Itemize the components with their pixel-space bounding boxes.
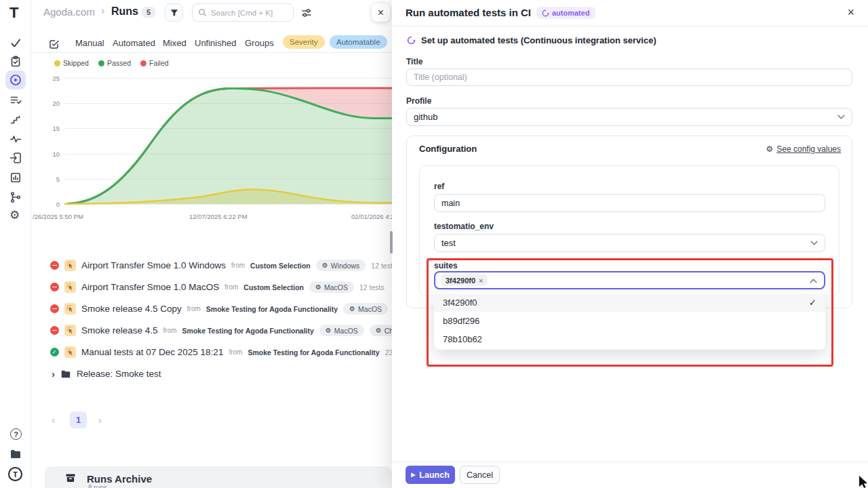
runs-area-chart: 25 20 15 10 5 0 /26/2025 5:50 PM 12/07/2… [31,73,392,229]
gear-icon: ⚙ [326,327,332,334]
chevron-down-icon [837,115,845,119]
legend-skipped[interactable]: Skipped [54,59,89,67]
close-icon[interactable]: × [847,5,854,20]
title-field[interactable] [406,68,852,86]
drawer-footer-divider [392,462,868,462]
tab-groups[interactable]: Groups [245,38,274,48]
profile-logo-icon[interactable]: T [8,467,22,481]
scrollbar-thumb[interactable] [390,231,393,253]
suites-multiselect[interactable]: 3f4290f0 × [434,271,825,289]
tab-mixed[interactable]: Mixed [163,38,186,48]
cancel-button[interactable]: Cancel [460,466,500,484]
batch-select-icon[interactable] [49,39,60,49]
failed-status-icon [50,304,59,313]
run-source[interactable]: Smoke Testing for Agoda Functionality [182,327,314,335]
tab-automated[interactable]: Automated [113,38,155,48]
drawer-title: Run automated tests in CI [406,7,531,18]
profile-select[interactable]: github [406,108,852,126]
settings-gear-icon[interactable]: ⚙ [9,209,22,222]
breadcrumb-project[interactable]: Agoda.com [43,6,95,18]
dropdown-option[interactable]: b89df296 [434,312,825,330]
see-config-values-link[interactable]: ⚙ See config values [766,144,842,154]
filter-button[interactable] [165,3,183,22]
automatable-chip[interactable]: Automatable [330,35,387,49]
table-row[interactable]: ✓ Manual tests at 07 Dec 2025 18:21 from… [50,346,410,358]
clipboard-check-icon[interactable] [9,56,22,68]
failed-status-icon [50,326,59,335]
tasks-check-icon[interactable] [9,37,22,49]
report-chart-icon[interactable] [9,171,22,184]
check-icon: ✓ [809,298,816,308]
ref-field[interactable] [434,194,825,212]
env-value: test [441,238,456,248]
run-source[interactable]: Custom Selection [243,283,304,291]
legend-failed[interactable]: Failed [140,59,169,67]
archive-box-icon [65,472,76,483]
chip-remove-icon[interactable]: × [479,277,483,285]
pagination-page-1[interactable]: 1 [70,411,87,428]
run-title[interactable]: Smoke release 4.5 [81,325,158,336]
manual-click-icon [64,260,76,271]
projects-folder-icon[interactable] [9,448,22,460]
chevron-up-icon[interactable] [810,279,817,283]
run-source[interactable]: Custom Selection [250,262,311,270]
run-source[interactable]: Smoke Testing for Agoda Functionality [248,348,379,357]
chevron-right-icon[interactable]: › [52,368,55,380]
search-box[interactable] [192,3,294,22]
manual-click-icon [64,325,76,336]
steps-icon[interactable] [9,113,22,125]
tab-unfinished[interactable]: Unfinished [195,38,236,48]
suites-field-label: suites [434,261,458,270]
run-title[interactable]: Smoke release 4.5 Copy [81,304,182,314]
tab-manual[interactable]: Manual [75,38,104,48]
folder-icon [60,369,71,380]
pagination-next[interactable]: › [98,414,102,426]
mouse-cursor [859,476,868,488]
automated-badge: automated [536,7,595,19]
table-row[interactable]: Smoke release 4.5 from Smoke Testing for… [50,325,446,336]
drawer-section-heading: Set up automated tests (Continuous integ… [407,35,656,45]
help-icon[interactable]: ? [10,428,22,440]
run-title[interactable]: Manual tests at 07 Dec 2025 18:21 [81,347,223,357]
table-row[interactable]: Airport Transfer Smoe 1.0 Windows from C… [50,260,396,271]
skipped-dot [54,60,60,66]
release-group-label[interactable]: Release: Smoke test [77,369,161,379]
dropdown-option[interactable]: 3f4290f0 ✓ [434,293,825,312]
table-row[interactable]: Smoke release 4.5 Copy from Smoke Testin… [50,303,439,314]
search-icon [198,8,207,17]
runs-count-badge: 5 [142,7,155,18]
run-from-label: from [231,262,245,269]
severity-chip[interactable]: Severity [283,35,325,49]
failed-dot [140,60,146,66]
pulse-icon[interactable] [9,133,22,145]
run-title[interactable]: Airport Transfer Smoe 1.0 MacOS [81,282,219,292]
legend-passed[interactable]: Passed [98,59,131,67]
list-check-icon[interactable] [9,94,22,106]
sliders-icon[interactable] [301,7,312,18]
run-from-label: from [229,348,242,356]
breadcrumb-section[interactable]: Runs [111,5,138,18]
release-group-row[interactable]: › Release: Smoke test [52,368,161,380]
sidebar: T ⚙ ? T [0,0,31,488]
run-source[interactable]: Smoke Testing for Agoda Functionality [206,305,338,313]
automated-icon [542,9,549,17]
table-row[interactable]: Airport Transfer Smoe 1.0 MacOS from Cus… [50,281,384,293]
ref-input[interactable] [441,199,818,208]
import-icon[interactable] [9,152,22,164]
title-input[interactable] [414,73,845,82]
run-title[interactable]: Airport Transfer Smoe 1.0 Windows [81,260,226,270]
runs-play-icon[interactable] [9,74,22,86]
tabs-divider [31,52,392,53]
panel-close-button[interactable]: × [372,3,390,22]
env-select[interactable]: test [434,234,825,252]
app-logo[interactable]: T [9,4,18,22]
title-field-label: Title [406,57,422,66]
dropdown-option[interactable]: 78b10b62 [434,330,825,348]
launch-button[interactable]: ▶ Launch [406,466,455,484]
archive-title[interactable]: Runs Archive [87,473,152,485]
pagination-prev[interactable]: ‹ [52,414,55,426]
branch-icon[interactable] [9,191,22,203]
chart-legend: Skipped Passed Failed [54,59,169,67]
search-input[interactable] [211,9,285,17]
selected-suite-chip[interactable]: 3f4290f0 × [441,274,488,286]
